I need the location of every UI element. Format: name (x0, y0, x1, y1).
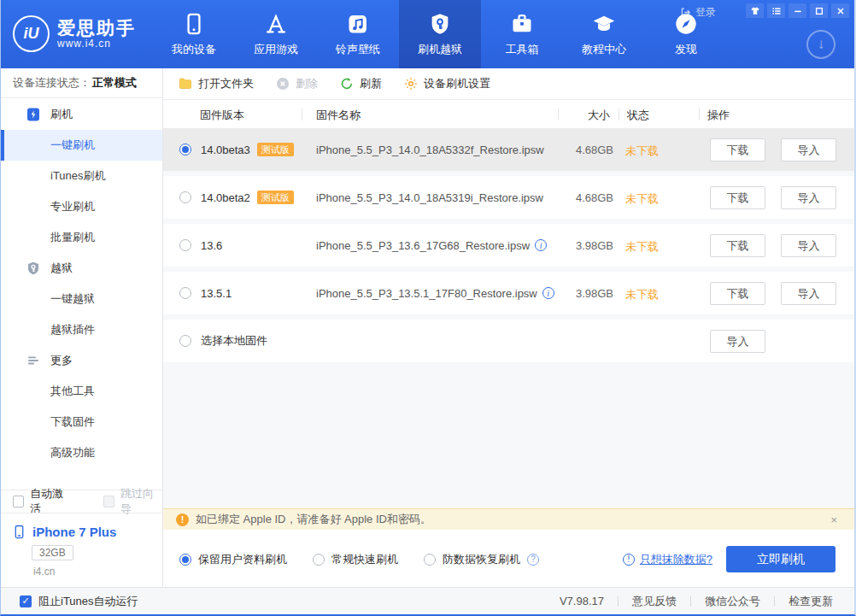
tab-apps-games[interactable]: 应用游戏 (235, 0, 317, 68)
erase-data-link[interactable]: 只想抹除数据? (640, 552, 712, 567)
firmware-size: 3.98GB (539, 287, 613, 300)
more-icon (26, 354, 40, 367)
menu-list-icon[interactable] (767, 3, 785, 18)
skin-icon[interactable] (746, 3, 764, 18)
sidebar-section-刷机[interactable]: 刷机 (1, 99, 162, 130)
firmware-size: 4.68GB (539, 191, 613, 204)
sidebar-item-批量刷机[interactable]: 批量刷机 (1, 222, 162, 253)
col-header-name: 固件名称 (316, 108, 361, 123)
login-button[interactable]: 登录 (680, 5, 716, 20)
firmware-row[interactable]: 选择本地固件导入 (163, 320, 854, 362)
device-connection-status: 设备连接状态： 正常模式 (1, 68, 162, 98)
download-manager-button[interactable]: ↓ (806, 30, 835, 59)
block-itunes-label: 阻止iTunes自动运行 (38, 594, 138, 609)
sidebar-label: 一键刷机 (50, 138, 95, 153)
sidebar-item-越狱插件[interactable]: 越狱插件 (1, 314, 162, 345)
music-icon (346, 12, 370, 36)
sidebar-item-一键刷机[interactable]: 一键刷机 (1, 130, 162, 161)
version-cell: 选择本地固件 (201, 320, 267, 362)
tab-ringtones-wallpapers[interactable]: 铃声壁纸 (317, 0, 399, 68)
download-button[interactable]: 下载 (710, 282, 765, 305)
tab-toolbox[interactable]: 工具箱 (481, 0, 563, 68)
help-icon[interactable]: ? (527, 554, 539, 566)
download-button[interactable]: 下载 (710, 234, 765, 257)
option-radio[interactable] (313, 554, 325, 566)
tab-label: 刷机越狱 (418, 42, 462, 57)
statusbar-link-检查更新[interactable]: 检查更新 (789, 594, 833, 609)
firmware-row[interactable]: 13.5.1iPhone_5.5_P3_13.5.1_17F80_Restore… (163, 272, 854, 314)
device-name: iPhone 7 Plus (32, 525, 116, 539)
flash-now-button[interactable]: 立即刷机 (726, 546, 835, 572)
import-button[interactable]: 导入 (781, 186, 836, 209)
minimize-icon[interactable] (789, 3, 806, 18)
refresh-button[interactable]: 刷新 (340, 76, 382, 91)
download-button[interactable]: 下载 (710, 186, 765, 209)
sidebar: 设备连接状态： 正常模式 刷机一键刷机iTunes刷机专业刷机批量刷机越狱一键越… (1, 68, 163, 587)
main-nav: 我的设备应用游戏铃声壁纸刷机越狱工具箱教程中心发现 (153, 0, 727, 68)
connection-status-label: 设备连接状态： (13, 75, 91, 91)
firmware-filename: iPhone_5.5_P3_13.5.1_17F80_Restore.ipsw (316, 287, 537, 300)
flash-mode-option-保留用户资料刷机[interactable]: 保留用户资料刷机 (179, 552, 287, 567)
checkbox-自动激活[interactable] (13, 496, 24, 507)
flash-mode-option-常规快速刷机[interactable]: 常规快速刷机 (313, 552, 398, 567)
download-status: 未下载 (625, 191, 659, 207)
beta-badge: 测试版 (257, 143, 294, 156)
device-capacity-badge: 32GB (32, 545, 73, 560)
firmware-row[interactable]: 13.6iPhone_5.5_P3_13.6_17G68_Restore.ips… (163, 224, 854, 267)
row-radio[interactable] (179, 335, 191, 347)
import-button[interactable]: 导入 (710, 330, 765, 353)
firmware-filename: iPhone_5.5_P3_14.0_18A5319i_Restore.ipsw (316, 191, 543, 204)
download-status: 未下载 (625, 239, 659, 255)
row-radio[interactable] (179, 191, 191, 203)
flash-options-bar: 保留用户资料刷机常规快速刷机防数据恢复刷机? ! 只想抹除数据? 立即刷机 (163, 530, 854, 589)
import-button[interactable]: 导入 (781, 138, 836, 161)
sidebar-item-下载固件[interactable]: 下载固件 (1, 407, 162, 437)
sidebar-item-其他工具[interactable]: 其他工具 (1, 376, 162, 407)
flash-settings-button[interactable]: 设备刷机设置 (404, 76, 490, 91)
sidebar-label: iTunes刷机 (50, 168, 106, 184)
sidebar-label: 高级功能 (50, 445, 95, 461)
close-icon[interactable] (831, 3, 849, 18)
option-radio[interactable] (179, 554, 191, 566)
tab-my-device[interactable]: 我的设备 (153, 0, 235, 68)
sidebar-section-更多[interactable]: 更多 (1, 345, 162, 376)
refresh-icon (340, 77, 354, 91)
import-button[interactable]: 导入 (781, 282, 836, 305)
statusbar-link-微信公众号[interactable]: 微信公众号 (705, 594, 760, 609)
device-source: i4.cn (33, 566, 162, 578)
firmware-row[interactable]: 14.0beta2测试版iPhone_5.5_P3_14.0_18A5319i_… (163, 176, 854, 219)
option-radio[interactable] (424, 554, 436, 566)
import-button[interactable]: 导入 (781, 234, 836, 257)
firmware-version: 13.6 (201, 239, 222, 252)
tab-label: 教程中心 (582, 42, 626, 57)
row-radio[interactable] (179, 239, 191, 251)
tab-tutorials[interactable]: 教程中心 (563, 0, 645, 68)
firmware-version: 14.0beta2 (201, 191, 250, 204)
sidebar-item-专业刷机[interactable]: 专业刷机 (1, 191, 162, 222)
sidebar-item-高级功能[interactable]: 高级功能 (1, 437, 162, 468)
maximize-icon[interactable] (810, 3, 828, 18)
name-cell: iPhone_5.5_P3_13.5.1_17F80_Restore.ipswi (316, 272, 554, 314)
col-header-action: 操作 (707, 108, 730, 123)
phone-icon (182, 12, 206, 36)
erase-warning-icon: ! (623, 554, 635, 566)
login-icon (680, 7, 691, 18)
row-radio[interactable] (179, 287, 191, 299)
open-folder-button[interactable]: 打开文件夹 (179, 76, 254, 91)
firmware-row[interactable]: 14.0beta3测试版iPhone_5.5_P3_14.0_18A5332f_… (163, 128, 854, 171)
statusbar-link-意见反馈[interactable]: 意见反馈 (632, 594, 677, 609)
row-radio[interactable] (179, 144, 191, 155)
login-label: 登录 (695, 5, 716, 20)
sidebar-item-一键越狱[interactable]: 一键越狱 (1, 284, 162, 314)
table-header: 固件版本 固件名称 大小 状态 操作 (163, 100, 854, 128)
warning-close-icon[interactable]: × (830, 513, 837, 526)
download-button[interactable]: 下载 (710, 138, 765, 161)
sidebar-section-越狱[interactable]: 越狱 (1, 253, 162, 284)
statusbar-links: V7.98.17意见反馈微信公众号检查更新 (560, 594, 854, 609)
flash-mode-option-防数据恢复刷机[interactable]: 防数据恢复刷机? (424, 552, 539, 567)
firmware-size: 4.68GB (539, 144, 613, 156)
firmware-filename: iPhone_5.5_P3_14.0_18A5332f_Restore.ipsw (316, 144, 544, 156)
sidebar-item-iTunes刷机[interactable]: iTunes刷机 (1, 161, 162, 191)
tab-flash-jailbreak[interactable]: 刷机越狱 (399, 0, 481, 68)
block-itunes-checkbox[interactable]: ✓ (20, 595, 32, 607)
